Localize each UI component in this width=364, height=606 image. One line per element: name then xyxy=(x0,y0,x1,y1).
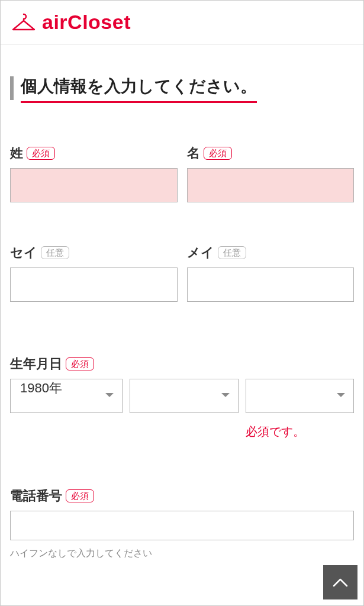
brand-logo[interactable]: airCloset xyxy=(11,11,131,34)
page-title-wrap: 個人情報を入力してください。 xyxy=(10,75,354,103)
required-badge: 必須 xyxy=(27,147,55,160)
chevron-up-icon xyxy=(333,578,348,587)
header: airCloset xyxy=(1,1,363,44)
first-name-group: 名 必須 xyxy=(187,144,355,202)
phone-section: 電話番号 必須 ハイフンなしで入力してください xyxy=(10,487,354,560)
title-accent-bar xyxy=(10,76,14,100)
last-name-label: 姓 xyxy=(10,144,23,162)
name-section: 姓 必須 名 必須 xyxy=(10,144,354,202)
phone-label: 電話番号 xyxy=(10,487,62,505)
page-title: 個人情報を入力してください。 xyxy=(21,75,257,103)
birth-day-wrap xyxy=(246,379,355,413)
brand-name: airCloset xyxy=(42,11,131,34)
phone-input[interactable] xyxy=(10,511,354,540)
birth-year-select[interactable]: 1980年 xyxy=(10,379,123,413)
last-name-input[interactable] xyxy=(10,168,178,202)
last-name-kana-group: セイ 任意 xyxy=(10,244,178,302)
required-badge: 必須 xyxy=(66,357,94,370)
last-name-kana-input[interactable] xyxy=(10,267,178,302)
back-to-top-button[interactable] xyxy=(323,565,357,599)
birth-year-wrap: 1980年 xyxy=(10,379,123,413)
phone-helper: ハイフンなしで入力してください xyxy=(10,547,354,560)
required-badge: 必須 xyxy=(66,489,94,502)
first-name-kana-group: メイ 任意 xyxy=(187,244,355,302)
optional-badge: 任意 xyxy=(41,246,69,259)
first-name-kana-label: メイ xyxy=(187,244,214,262)
optional-badge: 任意 xyxy=(218,246,246,259)
page-frame: airCloset 個人情報を入力してください。 姓 必須 名 xyxy=(0,0,364,606)
birthdate-label: 生年月日 xyxy=(10,355,62,373)
birth-day-select[interactable] xyxy=(246,379,355,413)
birth-month-select[interactable] xyxy=(130,379,239,413)
first-name-kana-input[interactable] xyxy=(187,267,355,302)
first-name-input[interactable] xyxy=(187,168,355,202)
main-content: 個人情報を入力してください。 姓 必須 名 必須 xyxy=(1,44,363,560)
birthdate-section: 生年月日 必須 1980年 xyxy=(10,355,354,440)
last-name-group: 姓 必須 xyxy=(10,144,178,202)
required-badge: 必須 xyxy=(204,147,232,160)
last-name-kana-label: セイ xyxy=(10,244,37,262)
kana-section: セイ 任意 メイ 任意 xyxy=(10,244,354,302)
hanger-icon xyxy=(11,12,36,33)
first-name-label: 名 xyxy=(187,144,200,162)
birth-month-wrap xyxy=(130,379,239,413)
birth-day-error: 必須です。 xyxy=(246,424,355,440)
